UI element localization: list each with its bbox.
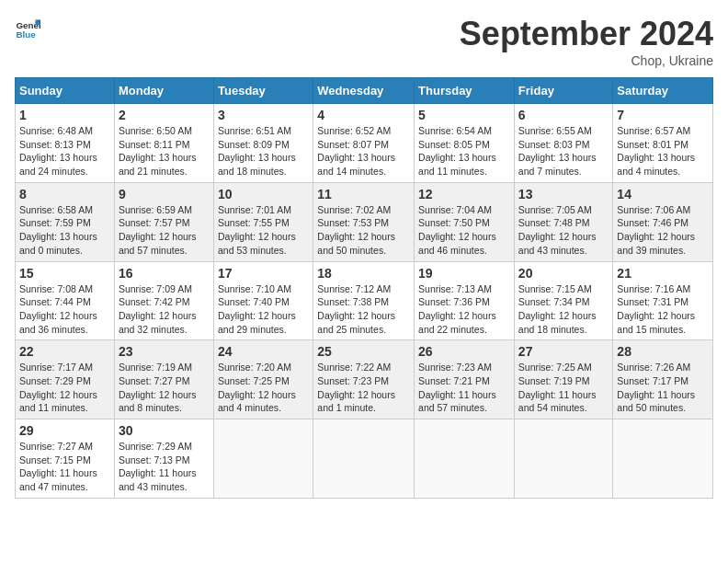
day-info: Sunrise: 7:15 AMSunset: 7:34 PMDaylight:… [518,283,597,335]
calendar-cell: 12 Sunrise: 7:04 AMSunset: 7:50 PMDaylig… [415,182,515,261]
calendar-cell: 27 Sunrise: 7:25 AMSunset: 7:19 PMDaylig… [514,340,613,419]
header-saturday: Saturday [613,78,713,104]
day-number: 22 [19,344,110,359]
calendar-cell: 3 Sunrise: 6:51 AMSunset: 8:09 PMDayligh… [214,104,313,183]
day-number: 13 [518,187,609,201]
day-number: 6 [518,108,609,122]
day-number: 18 [317,266,410,281]
calendar-cell [514,419,613,499]
day-number: 8 [19,187,110,201]
subtitle: Chop, Ukraine [460,53,713,68]
calendar-cell: 25 Sunrise: 7:22 AMSunset: 7:23 PMDaylig… [313,340,415,419]
header-wednesday: Wednesday [313,78,415,104]
day-number: 4 [317,108,410,122]
calendar-row: 15 Sunrise: 7:08 AMSunset: 7:44 PMDaylig… [16,261,713,340]
day-info: Sunrise: 7:17 AMSunset: 7:29 PMDaylight:… [19,362,97,413]
day-number: 3 [218,108,309,122]
calendar-cell: 18 Sunrise: 7:12 AMSunset: 7:38 PMDaylig… [313,261,415,340]
day-info: Sunrise: 6:50 AMSunset: 8:11 PMDaylight:… [119,125,197,177]
day-number: 19 [418,266,510,281]
svg-text:Blue: Blue [16,29,36,40]
day-info: Sunrise: 6:54 AMSunset: 8:05 PMDaylight:… [418,125,496,177]
header-thursday: Thursday [415,78,515,104]
calendar-table: Sunday Monday Tuesday Wednesday Thursday… [15,77,713,499]
day-number: 11 [317,187,410,201]
day-info: Sunrise: 7:19 AMSunset: 7:27 PMDaylight:… [119,362,197,413]
logo-icon: General Blue [15,15,40,40]
day-number: 5 [418,108,510,122]
day-number: 25 [317,344,410,359]
calendar-cell: 1 Sunrise: 6:48 AMSunset: 8:13 PMDayligh… [16,104,115,183]
day-number: 29 [19,423,110,438]
day-number: 21 [617,266,709,281]
day-info: Sunrise: 6:58 AMSunset: 7:59 PMDaylight:… [19,204,97,256]
day-number: 30 [119,423,210,438]
calendar-cell: 11 Sunrise: 7:02 AMSunset: 7:53 PMDaylig… [313,182,415,261]
day-info: Sunrise: 7:02 AMSunset: 7:53 PMDaylight:… [317,204,395,256]
day-info: Sunrise: 7:29 AMSunset: 7:13 PMDaylight:… [119,441,197,492]
day-info: Sunrise: 7:08 AMSunset: 7:44 PMDaylight:… [19,283,97,335]
calendar-cell [214,419,313,499]
day-number: 17 [218,266,309,281]
weekday-header-row: Sunday Monday Tuesday Wednesday Thursday… [16,78,713,104]
day-info: Sunrise: 7:09 AMSunset: 7:42 PMDaylight:… [119,283,197,335]
calendar-cell: 23 Sunrise: 7:19 AMSunset: 7:27 PMDaylig… [114,340,213,419]
day-number: 27 [518,344,609,359]
day-number: 28 [617,344,709,359]
calendar-cell [613,419,713,499]
day-number: 15 [19,266,110,281]
day-number: 12 [418,187,510,201]
day-number: 2 [119,108,210,122]
day-info: Sunrise: 6:57 AMSunset: 8:01 PMDaylight:… [617,125,695,177]
calendar-cell: 17 Sunrise: 7:10 AMSunset: 7:40 PMDaylig… [214,261,313,340]
header-monday: Monday [114,78,213,104]
day-info: Sunrise: 7:22 AMSunset: 7:23 PMDaylight:… [317,362,395,413]
day-info: Sunrise: 7:23 AMSunset: 7:21 PMDaylight:… [418,362,496,413]
calendar-cell: 26 Sunrise: 7:23 AMSunset: 7:21 PMDaylig… [415,340,515,419]
calendar-cell: 21 Sunrise: 7:16 AMSunset: 7:31 PMDaylig… [613,261,713,340]
calendar-cell [313,419,415,499]
day-info: Sunrise: 6:52 AMSunset: 8:07 PMDaylight:… [317,125,395,177]
calendar-row: 29 Sunrise: 7:27 AMSunset: 7:15 PMDaylig… [16,419,713,499]
day-number: 16 [119,266,210,281]
calendar-cell: 13 Sunrise: 7:05 AMSunset: 7:48 PMDaylig… [514,182,613,261]
calendar-cell: 29 Sunrise: 7:27 AMSunset: 7:15 PMDaylig… [16,419,115,499]
day-info: Sunrise: 6:48 AMSunset: 8:13 PMDaylight:… [19,125,97,177]
calendar-cell: 14 Sunrise: 7:06 AMSunset: 7:46 PMDaylig… [613,182,713,261]
day-number: 24 [218,344,309,359]
header: General Blue September 2024 Chop, Ukrain… [15,15,713,68]
calendar-cell [415,419,515,499]
day-info: Sunrise: 6:55 AMSunset: 8:03 PMDaylight:… [518,125,597,177]
calendar-cell: 8 Sunrise: 6:58 AMSunset: 7:59 PMDayligh… [16,182,115,261]
calendar-cell: 28 Sunrise: 7:26 AMSunset: 7:17 PMDaylig… [613,340,713,419]
month-title: September 2024 [460,15,713,53]
day-info: Sunrise: 7:05 AMSunset: 7:48 PMDaylight:… [518,204,597,256]
calendar-cell: 24 Sunrise: 7:20 AMSunset: 7:25 PMDaylig… [214,340,313,419]
calendar-cell: 15 Sunrise: 7:08 AMSunset: 7:44 PMDaylig… [16,261,115,340]
calendar-cell: 6 Sunrise: 6:55 AMSunset: 8:03 PMDayligh… [514,104,613,183]
day-number: 10 [218,187,309,201]
day-info: Sunrise: 7:26 AMSunset: 7:17 PMDaylight:… [617,362,695,413]
header-sunday: Sunday [16,78,115,104]
day-info: Sunrise: 7:13 AMSunset: 7:36 PMDaylight:… [418,283,496,335]
calendar-cell: 30 Sunrise: 7:29 AMSunset: 7:13 PMDaylig… [114,419,213,499]
day-info: Sunrise: 7:06 AMSunset: 7:46 PMDaylight:… [617,204,695,256]
calendar-cell: 7 Sunrise: 6:57 AMSunset: 8:01 PMDayligh… [613,104,713,183]
day-number: 20 [518,266,609,281]
day-number: 9 [119,187,210,201]
calendar-cell: 16 Sunrise: 7:09 AMSunset: 7:42 PMDaylig… [114,261,213,340]
day-number: 7 [617,108,709,122]
day-info: Sunrise: 7:16 AMSunset: 7:31 PMDaylight:… [617,283,695,335]
day-info: Sunrise: 7:27 AMSunset: 7:15 PMDaylight:… [19,441,97,492]
calendar-row: 8 Sunrise: 6:58 AMSunset: 7:59 PMDayligh… [16,182,713,261]
calendar-cell: 22 Sunrise: 7:17 AMSunset: 7:29 PMDaylig… [16,340,115,419]
day-info: Sunrise: 7:10 AMSunset: 7:40 PMDaylight:… [218,283,296,335]
logo: General Blue [15,15,40,40]
day-info: Sunrise: 6:51 AMSunset: 8:09 PMDaylight:… [218,125,296,177]
day-number: 26 [418,344,510,359]
calendar-cell: 9 Sunrise: 6:59 AMSunset: 7:57 PMDayligh… [114,182,213,261]
calendar-cell: 10 Sunrise: 7:01 AMSunset: 7:55 PMDaylig… [214,182,313,261]
day-number: 23 [119,344,210,359]
day-number: 1 [19,108,110,122]
calendar-cell: 2 Sunrise: 6:50 AMSunset: 8:11 PMDayligh… [114,104,213,183]
